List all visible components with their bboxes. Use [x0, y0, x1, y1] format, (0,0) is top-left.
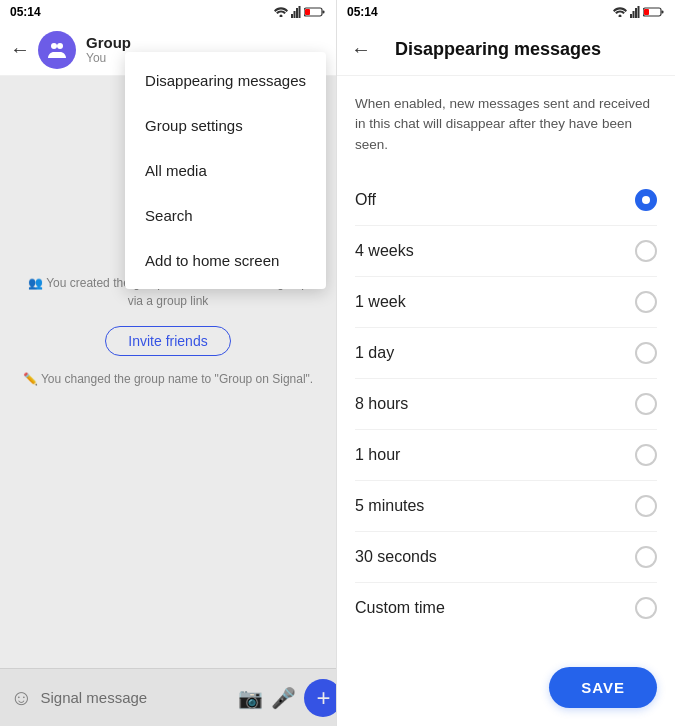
option-label: Off: [355, 191, 376, 209]
svg-rect-12: [633, 11, 635, 18]
svg-rect-4: [299, 6, 301, 18]
right-wifi-icon: [613, 7, 627, 17]
option-label: 1 hour: [355, 446, 400, 464]
radio-8-hours[interactable]: [635, 393, 657, 415]
option-row-4-weeks[interactable]: 4 weeks: [355, 226, 657, 277]
option-row-off[interactable]: Off: [355, 175, 657, 226]
svg-rect-16: [662, 11, 664, 14]
svg-rect-13: [635, 8, 637, 18]
svg-point-8: [51, 43, 57, 49]
save-button-wrap: SAVE: [549, 667, 657, 708]
right-body: When enabled, new messages sent and rece…: [337, 76, 675, 633]
radio-1-week[interactable]: [635, 291, 657, 313]
left-time: 05:14: [10, 5, 41, 19]
svg-point-10: [619, 15, 622, 18]
right-header: ← Disappearing messages: [337, 24, 675, 76]
left-status-icons: [274, 6, 326, 18]
svg-rect-1: [291, 14, 293, 18]
save-button[interactable]: SAVE: [549, 667, 657, 708]
option-label: 8 hours: [355, 395, 408, 413]
right-signal-icon: [630, 6, 640, 18]
radio-30-seconds[interactable]: [635, 546, 657, 568]
left-status-bar: 05:14: [0, 0, 336, 24]
battery-icon: [304, 7, 326, 17]
right-battery-icon: [643, 7, 665, 17]
option-label: 30 seconds: [355, 548, 437, 566]
option-label: 5 minutes: [355, 497, 424, 515]
options-list: Off4 weeks1 week1 day8 hours1 hour5 minu…: [355, 175, 657, 633]
svg-point-9: [57, 43, 63, 49]
radio-5-minutes[interactable]: [635, 495, 657, 517]
menu-item-disappearing[interactable]: Disappearing messages: [125, 58, 326, 103]
radio-4-weeks[interactable]: [635, 240, 657, 262]
description-text: When enabled, new messages sent and rece…: [355, 94, 657, 155]
option-label: 1 day: [355, 344, 394, 362]
menu-item-add-home[interactable]: Add to home screen: [125, 238, 326, 283]
menu-item-search[interactable]: Search: [125, 193, 326, 238]
wifi-icon: [274, 7, 288, 17]
radio-1-day[interactable]: [635, 342, 657, 364]
svg-rect-2: [294, 11, 296, 18]
option-row-1-hour[interactable]: 1 hour: [355, 430, 657, 481]
svg-rect-11: [630, 14, 632, 18]
right-status-bar: 05:14: [337, 0, 675, 24]
back-button[interactable]: ←: [10, 38, 30, 61]
right-back-button[interactable]: ←: [351, 38, 371, 61]
svg-rect-6: [323, 11, 325, 14]
svg-rect-3: [296, 8, 298, 18]
left-panel: 05:14 ← Group: [0, 0, 337, 726]
option-label: Custom time: [355, 599, 445, 617]
option-row-1-day[interactable]: 1 day: [355, 328, 657, 379]
option-label: 1 week: [355, 293, 406, 311]
option-label: 4 weeks: [355, 242, 414, 260]
group-icon: [45, 38, 69, 62]
svg-rect-14: [638, 6, 640, 18]
right-time: 05:14: [347, 5, 378, 19]
radio-1-hour[interactable]: [635, 444, 657, 466]
option-row-5-minutes[interactable]: 5 minutes: [355, 481, 657, 532]
avatar: [38, 31, 76, 69]
svg-point-0: [280, 15, 283, 18]
option-row-custom-time[interactable]: Custom time: [355, 583, 657, 633]
svg-rect-17: [644, 9, 649, 15]
option-row-1-week[interactable]: 1 week: [355, 277, 657, 328]
option-row-30-seconds[interactable]: 30 seconds: [355, 532, 657, 583]
option-row-8-hours[interactable]: 8 hours: [355, 379, 657, 430]
disappearing-title: Disappearing messages: [395, 39, 601, 60]
svg-rect-7: [305, 9, 310, 15]
menu-item-group-settings[interactable]: Group settings: [125, 103, 326, 148]
dropdown-menu: Disappearing messages Group settings All…: [125, 52, 326, 289]
menu-item-all-media[interactable]: All media: [125, 148, 326, 193]
right-panel: 05:14 ← Disappearing messages When enabl…: [337, 0, 675, 726]
signal-icon: [291, 6, 301, 18]
radio-off[interactable]: [635, 189, 657, 211]
header-group-name: Group: [86, 34, 131, 51]
right-status-icons: [613, 6, 665, 18]
radio-custom-time[interactable]: [635, 597, 657, 619]
